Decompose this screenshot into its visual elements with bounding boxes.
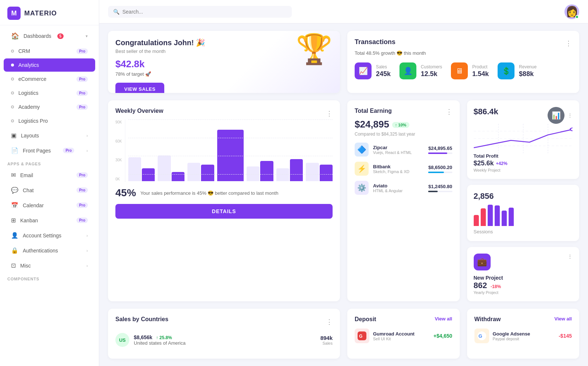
sidebar-item-academy[interactable]: Academy Pro (4, 100, 95, 114)
dot-icon (11, 50, 14, 53)
profit-change: +42% (496, 161, 508, 166)
search-input[interactable] (122, 9, 287, 15)
new-project-card: 💼 ⋮ New Project 862 -18% Yearly Project (467, 247, 580, 301)
np-sub: Yearly Project (474, 290, 573, 295)
product-icon: 🖥 (451, 62, 468, 79)
earning-item-bitbank: ⚡ Bitbank Sketch, Figma & XD $8,6500.20 (355, 162, 452, 176)
bar-5 (247, 161, 273, 181)
dot-icon (11, 105, 14, 108)
user-icon: 👤 (11, 232, 18, 239)
lock-icon: 🔒 (11, 247, 18, 254)
bar-1 (128, 157, 155, 181)
main-area: 🔍 👩 Congratulations John! 🎉 Best seller … (99, 0, 588, 366)
sidebar-item-layouts[interactable]: ▣ Layouts › (4, 128, 95, 143)
deposit-view-all[interactable]: View all (435, 316, 452, 322)
us-flag: US (115, 333, 129, 347)
profit-more[interactable]: ⋮ (567, 112, 573, 118)
layout-icon: ▣ (11, 132, 17, 139)
home-icon: 🏠 (11, 32, 19, 40)
revenue-icon: 💲 (498, 62, 514, 79)
earning-card: Total Earning ⋮ $24,895 ↑ 10% Compared t… (347, 100, 460, 301)
earning-amount: $24,895 (355, 119, 389, 130)
stat-product: 🖥 Product 1.54k (451, 62, 489, 79)
sidebar-item-account-settings[interactable]: 👤 Account Settings › (4, 228, 95, 243)
bar-3 (187, 163, 214, 181)
np-change: -18% (491, 284, 501, 289)
chevron-icon: › (86, 263, 88, 268)
sidebar-item-email[interactable]: ✉ Email Pro (4, 168, 95, 182)
google-value: -$145 (559, 333, 572, 339)
country-us: US $8,656k ↑ 25.8% United states of Amer… (115, 333, 333, 347)
bar-6 (276, 159, 303, 181)
withdraw-card: Withdraw View all G Google Adsense Paypa… (467, 309, 580, 359)
earning-change: ↑ 10% (392, 122, 409, 128)
stat-customers: 👤 Customers 12.5k (399, 62, 442, 79)
dot-icon (11, 119, 14, 122)
search-icon: 🔍 (113, 9, 119, 15)
dot-icon (11, 92, 14, 94)
sidebar-item-chat[interactable]: 💬 Chat Pro (4, 183, 95, 197)
sidebar-item-crm[interactable]: CRM Pro (4, 44, 95, 58)
np-value: 862 (474, 281, 487, 290)
weekly-percentage: 45% (115, 187, 136, 199)
countries-more[interactable]: ⋮ (326, 319, 333, 325)
sidebar-item-misc[interactable]: ⊡ Misc › (4, 258, 95, 273)
sidebar-logo: M MATERIO (0, 0, 99, 25)
withdraw-item-google: G Google Adsense Paypal deposit -$145 (474, 329, 572, 343)
bar-2 (158, 155, 184, 181)
weekly-desc: Your sales performance is 45% 😎 better c… (140, 190, 278, 196)
countries-title: Sales by Countries (115, 316, 168, 323)
transactions-title: Transactions (355, 38, 395, 46)
details-button[interactable]: DETAILS (115, 204, 333, 219)
sidebar-item-logistics[interactable]: Logistics Pro (4, 86, 95, 100)
deposit-item-gumroad: G Gumroad Account Sell UI Kit +$4,650 (355, 329, 452, 343)
stat-revenue: 💲 Revenue $88k (498, 62, 537, 79)
topbar: 🔍 👩 (99, 0, 588, 24)
profit-chart (474, 124, 573, 153)
sidebar-item-logistics-pro[interactable]: Logistics Pro (4, 114, 95, 128)
sidebar-item-ecommerce[interactable]: eCommerce Pro (4, 72, 95, 86)
logo-text: MATERIO (24, 10, 57, 17)
avatar-wrap[interactable]: 👩 (564, 4, 579, 19)
transactions-card: Transactions ⋮ Total 48.5% growth 😎 this… (347, 31, 579, 93)
sidebar-dashboards[interactable]: 🏠 Dashboards 5 ▾ (4, 28, 95, 44)
withdraw-view-all[interactable]: View all (555, 316, 572, 322)
transactions-more[interactable]: ⋮ (565, 40, 572, 47)
sbar-6 (509, 208, 514, 226)
sidebar-item-calendar[interactable]: 📅 Calendar Pro (4, 198, 95, 212)
sbar-3 (488, 205, 493, 226)
chevron-icon: › (86, 133, 88, 138)
mail-icon: ✉ (11, 172, 16, 179)
dot-icon (11, 64, 14, 67)
weekly-footer: 45% Your sales performance is 45% 😎 bett… (115, 187, 333, 199)
sidebar: M MATERIO 🏠 Dashboards 5 ▾ CRM Pro Analy… (0, 0, 99, 366)
sales-icon: 📈 (355, 62, 372, 79)
sbar-2 (481, 208, 486, 226)
sidebar-item-authentications[interactable]: 🔒 Authentications › (4, 243, 95, 258)
aviato-logo: ⚙️ (355, 181, 369, 195)
sidebar-item-kanban[interactable]: ⊞ Kanban Pro (4, 213, 95, 227)
weekly-more[interactable]: ⋮ (326, 110, 333, 117)
np-more[interactable]: ⋮ (567, 254, 573, 259)
chart-icon: 📊 (548, 107, 564, 124)
sidebar-item-front-pages[interactable]: 📄 Front Pages Pro › (4, 143, 95, 158)
sbar-1 (474, 215, 479, 226)
chevron-icon: ▾ (86, 34, 88, 39)
search-wrap[interactable]: 🔍 (108, 6, 292, 18)
sessions-bars (474, 204, 573, 226)
countries-card: Sales by Countries ⋮ US $8,656k ↑ 25.8% … (108, 309, 340, 359)
sidebar-item-analytics[interactable]: Analytics (4, 58, 95, 72)
sessions-value: 2,856 (474, 191, 573, 201)
earning-more[interactable]: ⋮ (446, 108, 452, 115)
trophy-icon: 🏆 (296, 35, 333, 64)
np-icon: 💼 (474, 254, 491, 270)
earning-item-aviato: ⚙️ Aviato HTML & Angular $1,2450.80 (355, 181, 452, 195)
dot-icon (11, 78, 14, 80)
profit-sub: Weekly Project (474, 168, 573, 172)
deposit-title: Deposit (355, 316, 376, 322)
earning-item-zipcar: 🔷 Zipcar Vuejs, React & HTML $24,895.65 (355, 143, 452, 157)
transactions-subtitle: Total 48.5% growth 😎 this month (355, 50, 572, 56)
profit-label: Total Profit (474, 153, 573, 159)
view-sales-button[interactable]: VIEW SALES (115, 83, 164, 93)
earning-compare: Compared to $84,325 last year (355, 132, 452, 137)
